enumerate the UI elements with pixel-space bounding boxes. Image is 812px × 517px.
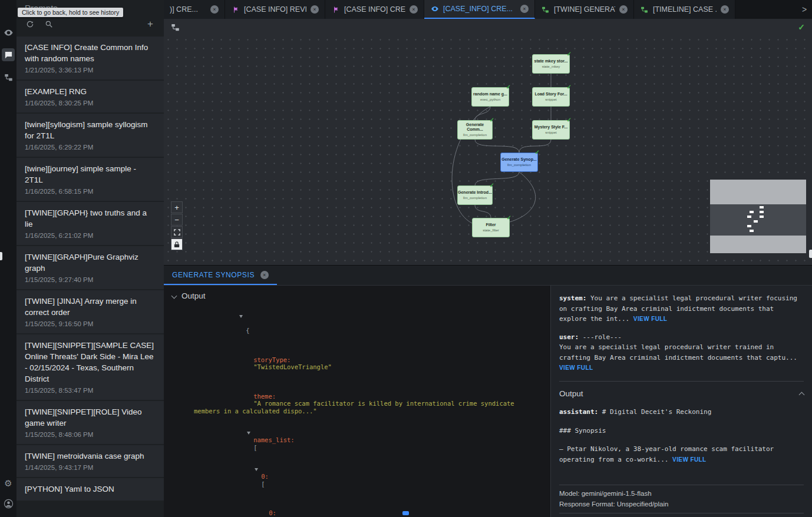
tab-twine-generat[interactable]: [TWINE] GENERAT... × [535, 0, 634, 19]
node-generate-intro[interactable]: ✓ Generate Introd... llm_completion [457, 185, 493, 205]
collapse-chevron-icon[interactable] [171, 293, 177, 299]
prompt-title: [twine][syllogism] sample syllogism for … [25, 119, 156, 141]
gear-glyph: ⚙ [4, 478, 12, 489]
search-icon[interactable] [44, 19, 54, 29]
json-value: { [246, 327, 249, 334]
prompt-title: [TWINE][GRAPH} two truths and a lie [25, 207, 156, 230]
flow-panel-icon[interactable] [2, 71, 15, 84]
view-full-link[interactable]: VIEW FULL [633, 316, 667, 322]
bottom-tabbar: GENERATE SYNOPSIS × [164, 266, 812, 286]
node-subtitle: llm_completion [507, 163, 531, 167]
close-icon[interactable]: × [619, 5, 628, 14]
right-resize-handle[interactable] [809, 250, 812, 258]
collapse-arrow-icon[interactable] [255, 466, 261, 473]
tab-scroll-right-icon[interactable]: > [797, 0, 812, 19]
view-full-link[interactable]: VIEW FULL [559, 364, 593, 371]
tab-case-info-revi[interactable]: [CASE INFO] REVI... × [225, 0, 325, 19]
close-icon[interactable]: × [311, 5, 319, 14]
tab-cre-cut[interactable]: )] CRE... × [164, 0, 225, 19]
collapse-arrow-icon[interactable] [247, 429, 253, 436]
tab-label: )] CRE... [170, 5, 198, 14]
account-icon[interactable] [2, 497, 15, 510]
system-label: system: [559, 294, 586, 302]
prompt-list-item[interactable]: [TWINE][GRAPH]Pure Graphviz graph 1/15/2… [16, 246, 164, 289]
minimap-node [750, 211, 754, 213]
node-load-story[interactable]: ✓ Load Story For... snippet [532, 87, 570, 107]
editor-tabbar: )] CRE... × [CASE INFO] REVI... × [CASE … [164, 0, 812, 19]
collapse-arrow-icon[interactable] [239, 312, 246, 319]
prompt-list-item[interactable]: [TWINE][SNIPPET][ROLE] Video game writer… [16, 401, 164, 444]
assistant-title: # Digital Deceit's Reckoning [602, 408, 711, 416]
node-title: Generate Comm... [458, 122, 492, 132]
run-info-footer: Model: gemini/gemini-1.5-flash Response … [559, 485, 804, 513]
minimap-node [747, 225, 751, 227]
messages-output-header: Output [559, 389, 804, 399]
prompt-list-item[interactable]: [TWINE][SNIPPET][SAMPLE CASE] Online Thr… [16, 334, 164, 400]
add-prompt-button[interactable]: + [145, 19, 156, 29]
prompt-title: [TWINE][GRAPH]Pure Graphviz graph [25, 251, 156, 274]
left-resize-handle[interactable] [0, 252, 2, 260]
prompt-timestamp: 1/15/2025, 8:53:47 PM [25, 387, 156, 394]
node-filter[interactable]: ✓ Filter state_filter [472, 218, 510, 237]
graph-canvas[interactable]: ✓ ✓ state mkey stor... state_mkey ✓ [164, 19, 812, 265]
prompt-list-item[interactable]: [PYTHON] Yaml to JSON [16, 478, 164, 501]
user-message: user: ---role--- You are a specialist le… [559, 332, 804, 373]
user-label: user: [559, 333, 579, 341]
minimap[interactable] [710, 180, 806, 253]
node-random-name[interactable]: ✓ random name g... exec_python [471, 87, 509, 107]
prompt-timestamp: 1/16/2025, 6:21:02 PM [25, 232, 156, 239]
refresh-icon[interactable] [25, 19, 35, 29]
output-section-header: Output [164, 286, 550, 304]
lock-button[interactable] [171, 238, 183, 250]
close-icon[interactable]: × [520, 5, 529, 13]
minimap-node [754, 220, 758, 223]
scrollbar-thumb[interactable] [402, 511, 409, 515]
json-tree: { storyType: "TwistedLoveTriangle" [164, 304, 550, 517]
close-icon[interactable]: × [260, 271, 269, 279]
json-line: names_list: [ [186, 422, 544, 459]
json-line: 0: "Lukas Marek" [186, 495, 544, 517]
node-title: Filter [486, 223, 496, 227]
prompt-list-item[interactable]: [TWINE][GRAPH} two truths and a lie 1/16… [16, 202, 164, 245]
tab-timeline-case[interactable]: [TIMELINE] CASE ... × [634, 0, 735, 19]
prompt-title: [CASE INFO] Create Common Info with rand… [25, 42, 156, 64]
user-prefix: ---role--- [583, 333, 622, 341]
icon-rail: ⚙ [0, 0, 16, 517]
system-text: You are a specialist legal procedural wr… [559, 294, 797, 323]
json-value: "TwistedLoveTriangle" [253, 363, 332, 370]
json-key: storyType: [253, 356, 291, 363]
model-info: Model: gemini/gemini-1.5-flash [559, 488, 804, 499]
prompt-timestamp: 1/16/2025, 8:30:25 PM [25, 100, 156, 107]
prompt-list-item[interactable]: [TWINE] [JINJA] Array merge in correct o… [16, 290, 164, 333]
json-output-pane: Output { stor [164, 286, 550, 517]
fit-view-button[interactable] [171, 226, 183, 238]
collapse-chevron-up-icon[interactable] [799, 392, 805, 397]
node-generate-common[interactable]: ✓ Generate Comm... llm_completion [457, 120, 493, 140]
close-icon[interactable]: × [410, 5, 418, 14]
settings-gear-icon[interactable]: ⚙ [2, 477, 15, 490]
prompts-panel-icon[interactable] [2, 48, 15, 61]
tab-case-info-cre[interactable]: [CASE INFO] CRE... × [325, 0, 424, 19]
eye-view-icon[interactable] [2, 26, 15, 39]
node-subtitle: state_filter [483, 228, 499, 233]
tab-case-info-cre-active[interactable]: [CASE_INFO] CRE... × [424, 0, 535, 19]
node-mystery-style[interactable]: ✓ Mystery Style F... snippet [532, 120, 570, 140]
zoom-in-button[interactable]: + [171, 201, 183, 213]
prompt-list-item[interactable]: [CASE INFO] Create Common Info with rand… [16, 37, 164, 79]
prompt-list-item[interactable]: [TWINE] metroidvania case graph 1/14/202… [16, 445, 164, 477]
history-tooltip: Click to go back, hold to see history [18, 8, 123, 17]
tab-generate-synopsis[interactable]: GENERATE SYNOPSIS × [164, 266, 277, 285]
view-full-link[interactable]: VIEW FULL [672, 456, 706, 463]
node-state-mkey[interactable]: ✓ state mkey stor... state_mkey [532, 54, 570, 74]
prompt-timestamp: 1/16/2025, 6:29:22 PM [25, 144, 156, 151]
output-header-label: Output [181, 291, 206, 300]
node-generate-synopsis[interactable]: ✓ Generate Synop... llm_completion [500, 153, 538, 172]
prompt-list-item[interactable]: [twine][journey] simple sample - 2T1L 1/… [16, 158, 164, 201]
zoom-out-button[interactable]: − [171, 214, 183, 226]
close-icon[interactable]: × [721, 5, 729, 14]
prompt-timestamp: 1/15/2025, 9:16:50 PM [25, 320, 156, 327]
minimap-node [760, 211, 764, 213]
prompt-list-item[interactable]: [EXAMPLE] RNG 1/16/2025, 8:30:25 PM [16, 81, 164, 112]
close-icon[interactable]: × [210, 5, 219, 14]
prompt-list-item[interactable]: [twine][syllogism] sample syllogism for … [16, 114, 164, 157]
